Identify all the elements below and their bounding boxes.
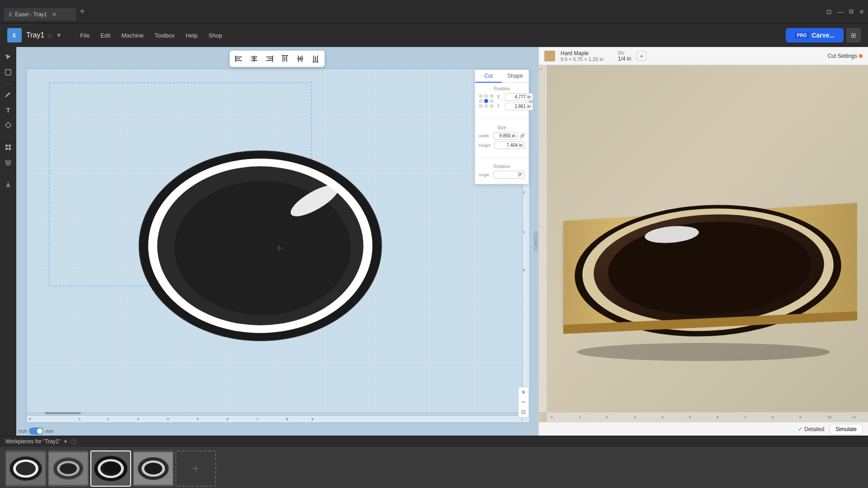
add-material-button[interactable]: + <box>637 51 646 61</box>
mm-label: mm <box>45 428 53 434</box>
tab-close-button[interactable]: ✕ <box>52 11 57 18</box>
viewport-canvas <box>539 65 868 422</box>
browser-controls: ⊡ — ⧉ ✕ <box>826 8 864 15</box>
expand-button[interactable]: ⊞ <box>846 28 861 42</box>
simulate-button[interactable]: Simulate <box>830 424 863 435</box>
units-toggle[interactable]: inch mm <box>18 427 54 435</box>
zoom-fit-button[interactable]: ⊡ <box>519 407 528 417</box>
width-input[interactable] <box>493 132 518 140</box>
svg-rect-28 <box>317 56 318 62</box>
title-dropdown-icon[interactable]: ▼ <box>56 32 62 39</box>
x-input[interactable] <box>505 93 533 101</box>
svg-rect-9 <box>235 56 236 62</box>
anchor-mc[interactable] <box>484 99 488 103</box>
tab-shape[interactable]: Shape <box>502 70 528 82</box>
check-icon: ✓ <box>798 426 802 432</box>
zoom-in-button[interactable]: + <box>519 387 528 397</box>
crop-tool-button[interactable] <box>2 119 14 131</box>
anchor-ml[interactable] <box>479 99 483 103</box>
detailed-label: Detailed <box>804 426 824 432</box>
align-top-button[interactable] <box>278 52 292 65</box>
pro-badge: PRO <box>795 33 809 38</box>
tool-separator-3 <box>4 174 13 174</box>
menu-shop[interactable]: Shop <box>204 29 226 42</box>
menu-toolbox[interactable]: Toolbox <box>150 29 179 42</box>
align-left-button[interactable] <box>231 52 246 65</box>
anchor-bl[interactable] <box>479 104 483 108</box>
cut-settings-button[interactable]: Cut Settings <box>828 53 863 59</box>
anchor-bc[interactable] <box>484 104 488 108</box>
material-info: Hard Maple 9.5 × 5.75 × 1.25 in <box>561 50 604 62</box>
oval-design[interactable] <box>134 142 387 350</box>
height-input[interactable] <box>494 141 525 149</box>
ruler-h-tick-2: 2 <box>107 417 109 421</box>
app-logo: E <box>7 28 22 42</box>
menu-file[interactable]: File <box>75 29 94 42</box>
h-scrollbar[interactable] <box>27 412 521 414</box>
favorite-star-icon[interactable]: ☆ <box>47 32 53 39</box>
anchor-br[interactable] <box>490 104 494 108</box>
anchor-tc[interactable] <box>484 94 488 98</box>
h-scrollbar-thumb[interactable] <box>45 412 81 414</box>
shape-tool-button[interactable] <box>2 66 14 79</box>
units-switch[interactable] <box>29 427 43 435</box>
text-tool-button[interactable]: T <box>2 103 14 116</box>
workpiece-item-1[interactable] <box>5 450 46 487</box>
svg-rect-14 <box>266 56 273 57</box>
project-name: Tray1 <box>26 31 44 39</box>
import-tool-button[interactable] <box>2 178 14 191</box>
zoom-out-button[interactable]: − <box>519 397 528 407</box>
viewport-3d[interactable]: 7 0 1 2 3 4 5 6 7 8 9 10 11 <box>539 65 868 422</box>
select-tool-button[interactable] <box>2 51 14 63</box>
ruler-h-tick-0: 0 <box>29 417 31 421</box>
size-label: Size <box>479 125 525 130</box>
ruler-h-tick-1: 1 <box>79 417 80 421</box>
anchor-mr[interactable] <box>490 99 494 103</box>
menu-help[interactable]: Help <box>181 29 202 42</box>
svg-point-1 <box>6 123 10 127</box>
detailed-checkbox[interactable]: ✓ Detailed <box>798 426 824 432</box>
workpieces-dropdown-icon[interactable]: ▼ <box>63 439 68 444</box>
ruler-v3d-tick-7: 7 <box>540 67 542 71</box>
align-bottom-button[interactable] <box>308 52 323 65</box>
y-input[interactable] <box>505 103 533 110</box>
align-vcenter-button[interactable] <box>293 52 307 65</box>
ruler-v-tick-2: 2 <box>523 190 525 194</box>
align-right-button[interactable] <box>262 52 277 65</box>
lock-icon[interactable]: 🔗 <box>519 133 525 138</box>
angle-input[interactable] <box>493 171 525 178</box>
canvas-area[interactable]: ✛ 0 1 2 3 4 5 6 7 8 9 5 4 <box>16 47 538 436</box>
pen-tool-button[interactable] <box>2 88 14 101</box>
workpiece-item-2[interactable] <box>48 450 89 487</box>
svg-point-70 <box>144 463 162 474</box>
browser-minimize-button[interactable]: — <box>837 8 844 15</box>
panel-resize-handle[interactable] <box>533 231 538 252</box>
workpiece-item-4[interactable] <box>133 450 174 487</box>
design-canvas[interactable]: ✛ 0 1 2 3 4 5 6 7 8 9 5 4 <box>26 69 530 423</box>
tab-cut[interactable]: Cut <box>475 70 502 83</box>
browser-maximize-button[interactable]: ⧉ <box>849 8 854 15</box>
menu-machine[interactable]: Machine <box>117 29 148 42</box>
browser-tab[interactable]: E Easel - Tray1 ✕ <box>4 8 76 21</box>
add-workpiece-button[interactable]: + <box>175 450 216 487</box>
cut-settings-label: Cut Settings <box>828 53 857 59</box>
workpieces-help-icon[interactable]: ? <box>71 438 77 445</box>
apps-tool-button[interactable] <box>2 141 14 154</box>
browser-close-button[interactable]: ✕ <box>859 8 864 15</box>
angle-row: Angle <box>479 171 525 178</box>
workpiece-item-3[interactable] <box>90 450 131 487</box>
svg-point-38 <box>577 343 830 361</box>
anchor-tr[interactable] <box>490 94 494 98</box>
layers-tool-button[interactable] <box>2 156 14 169</box>
anchor-tl[interactable] <box>479 94 483 98</box>
browser-capture-icon[interactable]: ⊡ <box>826 8 832 15</box>
units-switch-knob <box>37 428 42 434</box>
ruler-3d-tick-8: 8 <box>772 415 774 419</box>
carve-button[interactable]: PRO Carve... <box>786 28 844 42</box>
svg-rect-25 <box>297 58 303 59</box>
menu-edit[interactable]: Edit <box>96 29 115 42</box>
new-tab-button[interactable]: + <box>80 6 85 17</box>
inch-label: inch <box>18 428 27 434</box>
drag-dot-2 <box>535 241 537 242</box>
align-center-button[interactable] <box>247 52 261 65</box>
